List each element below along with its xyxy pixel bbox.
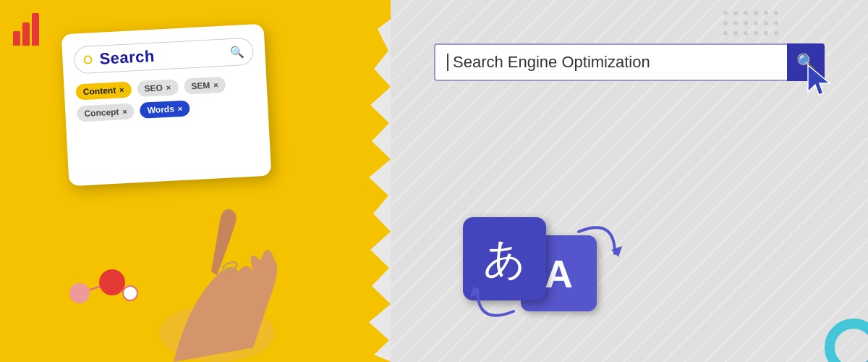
tag-sem-label: SEM xyxy=(191,80,210,91)
dot xyxy=(774,21,778,25)
left-panel: Search 🔍 Content × SEO × SEM × Concept ×… xyxy=(0,0,391,362)
tablet-tags-container: Content × SEO × SEM × Concept × Words × xyxy=(75,75,256,122)
tag-words-close[interactable]: × xyxy=(178,104,183,113)
dot xyxy=(723,31,728,35)
search-input[interactable]: Search Engine Optimization xyxy=(434,43,787,81)
dot xyxy=(733,21,738,25)
dot xyxy=(754,11,758,15)
tag-sem-close[interactable]: × xyxy=(213,80,218,89)
text-cursor xyxy=(447,54,448,71)
translation-arrows-icon xyxy=(456,210,637,337)
dot xyxy=(733,31,738,35)
tag-concept-label: Concept xyxy=(84,106,119,118)
right-panel: Search Engine Optimization 🔍 A あ xyxy=(391,0,868,362)
dot xyxy=(764,11,768,15)
tag-concept-close[interactable]: × xyxy=(122,107,127,116)
dot xyxy=(754,31,758,35)
dots-pattern xyxy=(723,11,781,38)
tag-content-close[interactable]: × xyxy=(119,85,124,94)
translation-container: A あ xyxy=(463,217,629,326)
search-bar-container: Search Engine Optimization 🔍 xyxy=(434,43,825,81)
tag-content-label: Content xyxy=(83,85,116,97)
bar-3 xyxy=(32,13,39,46)
dot xyxy=(744,31,748,35)
dot xyxy=(774,11,778,15)
dot xyxy=(733,11,738,15)
svg-marker-9 xyxy=(470,286,481,297)
dot xyxy=(774,31,778,35)
tag-words[interactable]: Words × xyxy=(140,100,190,119)
tag-content[interactable]: Content × xyxy=(75,82,132,101)
mouse-cursor-icon xyxy=(804,62,833,98)
dot xyxy=(764,31,768,35)
tag-seo-close[interactable]: × xyxy=(166,83,171,92)
bar-2 xyxy=(22,22,30,46)
bar-chart-icon xyxy=(13,13,39,46)
dot xyxy=(744,11,748,15)
dot xyxy=(723,21,728,25)
search-query-text: Search Engine Optimization xyxy=(453,53,650,72)
dot xyxy=(764,21,768,25)
tag-seo-label: SEO xyxy=(144,83,163,93)
dot xyxy=(744,21,748,25)
tag-seo[interactable]: SEO × xyxy=(137,79,179,97)
teal-circle-decoration xyxy=(825,319,868,362)
tag-sem[interactable]: SEM × xyxy=(184,77,226,95)
svg-marker-8 xyxy=(611,246,622,257)
bar-1 xyxy=(13,31,20,46)
tablet-search-label: Search xyxy=(99,43,230,68)
tablet-search-circle-icon xyxy=(83,55,93,64)
tag-words-label: Words xyxy=(147,104,174,115)
tablet-search-bar: Search 🔍 xyxy=(74,38,255,75)
tablet-search-magnifier-icon: 🔍 xyxy=(229,45,244,59)
dot xyxy=(723,11,728,15)
dot xyxy=(754,21,758,25)
svg-marker-7 xyxy=(808,65,830,95)
tag-concept[interactable]: Concept × xyxy=(77,103,135,122)
hand-icon xyxy=(72,159,304,362)
